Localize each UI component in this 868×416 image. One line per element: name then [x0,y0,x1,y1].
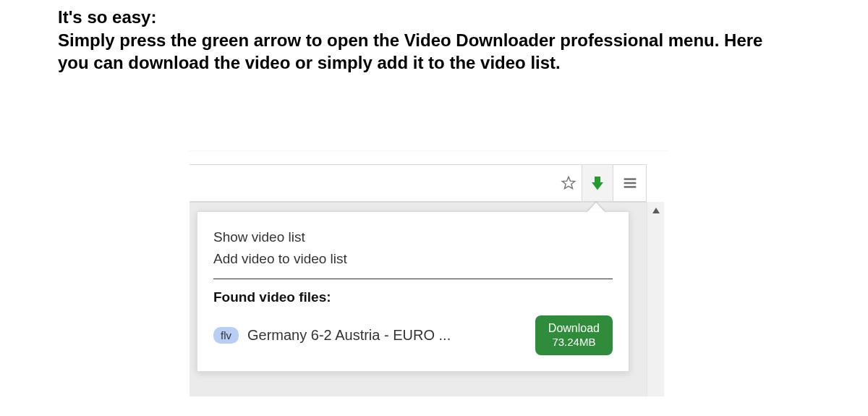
bookmark-star-icon[interactable] [560,174,577,192]
scroll-up-arrow-icon[interactable] [647,205,664,216]
svg-rect-2 [624,182,636,184]
video-file-info: flv Germany 6-2 Austria - EURO ... [213,327,451,344]
heading-line-2: Simply press the green arrow to open the… [58,29,788,75]
popup-pointer [587,203,605,212]
menu-item-add-video-to-list[interactable]: Add video to video list [213,248,613,270]
browser-frame: Show video list Add video to video list … [190,150,668,396]
svg-rect-1 [624,178,636,180]
download-button-label: Download [548,321,600,336]
download-button[interactable]: Download 73.24MB [535,315,613,355]
hamburger-icon [623,177,637,190]
instruction-heading: It's so easy: Simply press the green arr… [58,6,788,75]
svg-rect-3 [624,186,636,188]
video-file-title: Germany 6-2 Austria - EURO ... [247,327,451,344]
address-bar[interactable] [190,164,582,202]
extension-popup: Show video list Add video to video list … [197,211,629,372]
found-video-files-label: Found video files: [213,289,613,305]
popup-divider [213,279,613,279]
download-button-size: 73.24MB [548,336,600,349]
svg-marker-0 [562,177,574,188]
browser-menu-button[interactable] [613,164,647,202]
browser-toolbar [190,164,647,202]
vertical-scrollbar[interactable] [647,202,664,396]
video-downloader-extension-button[interactable] [582,164,613,202]
download-arrow-icon [589,174,606,192]
svg-marker-4 [652,208,660,213]
menu-item-show-video-list[interactable]: Show video list [213,226,613,248]
heading-line-1: It's so easy: [58,6,788,29]
video-file-row: flv Germany 6-2 Austria - EURO ... Downl… [213,315,613,355]
format-badge: flv [213,327,239,344]
